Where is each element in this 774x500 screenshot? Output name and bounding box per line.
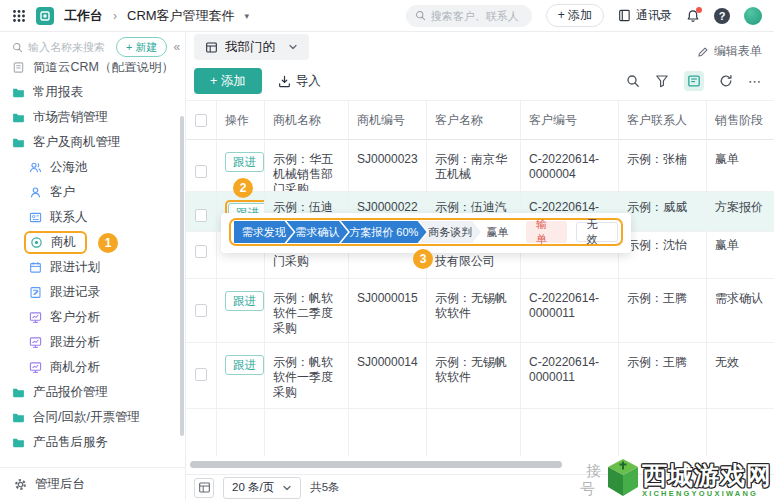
edit-form-button[interactable]: 编辑表单 xyxy=(697,43,762,60)
view-selector[interactable]: 我部门的 xyxy=(194,34,309,60)
row-checkbox[interactable] xyxy=(195,165,207,178)
notification-dot xyxy=(696,7,702,13)
select-all-checkbox[interactable] xyxy=(195,114,207,127)
stage-step-4[interactable]: 商务谈判 xyxy=(420,221,481,243)
contacts-button[interactable]: 通讯录 xyxy=(618,7,672,24)
stage-step-2[interactable]: 需求确认 xyxy=(287,221,348,243)
col-header-customer-name: 客户名称 xyxy=(426,101,520,139)
filter-icon[interactable] xyxy=(655,74,669,88)
page-size-select[interactable]: 20 条/页 xyxy=(223,477,301,499)
sidebar-item-opportunities[interactable]: 商机 1 xyxy=(0,230,185,255)
stage-step-3-current[interactable]: 方案报价 60% xyxy=(341,221,427,243)
breadcrumb-separator: › xyxy=(113,9,117,23)
import-button[interactable]: 导入 xyxy=(278,73,321,90)
col-header-sales-stage: 销售阶段 xyxy=(706,101,774,139)
table-row[interactable]: 跟进 示例：帆软软件一季度采购 SJ0000014 示例：无锡帆软软件 C-20… xyxy=(186,343,774,409)
form-view-icon[interactable] xyxy=(684,71,704,91)
app-grid-icon[interactable] xyxy=(12,9,26,23)
sidebar-search-input[interactable] xyxy=(28,41,110,53)
row-checkbox[interactable] xyxy=(195,368,207,381)
sidebar-item-customer-opportunity-mgmt[interactable]: 客户及商机管理 xyxy=(0,130,185,155)
follow-up-button[interactable]: 跟进 xyxy=(225,152,264,172)
sidebar-search[interactable] xyxy=(12,41,110,53)
topbar: 工作台 › CRM客户管理套件 ▾ + 添加 通讯录 ? xyxy=(0,0,774,32)
sidebar-item-opportunity-analysis[interactable]: 商机分析 xyxy=(0,355,185,380)
sidebar-item-followup-analysis[interactable]: 跟进分析 xyxy=(0,330,185,355)
sidebar-new-button[interactable]: + 新建 xyxy=(116,37,167,57)
breadcrumb-app-title[interactable]: CRM客户管理套件 xyxy=(127,7,235,25)
col-header-opportunity-code: 商机编号 xyxy=(348,101,426,139)
table-display-icon[interactable] xyxy=(194,478,214,498)
row-checkbox[interactable] xyxy=(195,245,207,258)
col-header-opportunity-name: 商机名称 xyxy=(264,101,348,139)
annotation-badge-2: 2 xyxy=(233,178,253,198)
sidebar-item-customer-analysis[interactable]: 客户分析 xyxy=(0,305,185,330)
crm-app-window: 工作台 › CRM客户管理套件 ▾ + 添加 通讯录 ? xyxy=(0,0,774,500)
edit-form-label: 编辑表单 xyxy=(714,43,762,60)
opportunity-table: 操作 商机名称 商机编号 客户名称 客户编号 客户联系人 销售阶段 跟进 示例：… xyxy=(186,100,774,455)
refresh-icon[interactable] xyxy=(719,74,733,88)
sidebar-item-marketing[interactable]: 市场营销管理 xyxy=(0,105,185,130)
sidebar-item-customers[interactable]: 客户 xyxy=(0,180,185,205)
sidebar-item-crm-guide[interactable]: 简道云CRM（配置说明） xyxy=(0,62,185,80)
sidebar-nav: 简道云CRM（配置说明） 常用报表 市场营销管理 客户及商机管理 公海池 xyxy=(0,62,185,465)
stage-step-won[interactable]: 赢单 xyxy=(478,221,517,243)
table-row[interactable]: 跟进 示例：帆软软件二季度采购 SJ0000015 示例：无锡帆软软件 C-20… xyxy=(186,279,774,343)
sidebar-search-icon xyxy=(12,42,23,53)
row-checkbox[interactable] xyxy=(195,209,207,222)
row-checkbox[interactable] xyxy=(195,304,207,317)
site-watermark: 接 号 西城游戏网 XICHENGYOUXIWANG xyxy=(584,454,772,498)
col-header-action: 操作 xyxy=(216,101,264,139)
annotation-badge-1: 1 xyxy=(98,233,118,253)
sidebar-admin-button[interactable]: 管理后台 xyxy=(0,467,185,500)
toolbar: + 添加 导入 ⋯ xyxy=(186,62,774,100)
sidebar-item-common-reports[interactable]: 常用报表 xyxy=(0,80,185,105)
stage-step-1[interactable]: 需求发现 xyxy=(234,221,294,243)
global-search-input[interactable] xyxy=(431,10,523,22)
import-label: 导入 xyxy=(296,73,321,90)
view-header: 我部门的 编辑表单 xyxy=(186,32,774,62)
sidebar-item-after-sales[interactable]: 产品售后服务 xyxy=(0,430,185,455)
watermark-cube-logo xyxy=(606,456,640,498)
help-button[interactable]: ? xyxy=(714,8,730,24)
watermark-title: 西城游戏网 xyxy=(642,462,772,488)
follow-up-button[interactable]: 跟进 xyxy=(225,291,264,311)
main-content: 我部门的 编辑表单 + 添加 导入 xyxy=(186,32,774,500)
notifications-button[interactable] xyxy=(686,9,700,23)
page-size-value: 20 条/页 xyxy=(232,480,274,495)
sidebar-item-contract-payment-invoice[interactable]: 合同/回款/开票管理 xyxy=(0,405,185,430)
search-icon xyxy=(415,10,426,21)
breadcrumb-caret-icon[interactable]: ▾ xyxy=(245,11,250,21)
stage-lost[interactable]: 输单 xyxy=(526,221,566,243)
sidebar-item-followup-plan[interactable]: 跟进计划 xyxy=(0,255,185,280)
user-avatar[interactable] xyxy=(744,7,762,25)
address-book-icon xyxy=(618,9,631,22)
sidebar-item-quotation-mgmt[interactable]: 产品报价管理 xyxy=(0,380,185,405)
table-empty-area xyxy=(186,409,774,455)
sidebar-item-contacts[interactable]: 联系人 xyxy=(0,205,185,230)
horizontal-scrollbar[interactable] xyxy=(190,461,562,468)
annotation-box-stage-bar: 需求发现 需求确认 方案报价 60% 商务谈判 赢单 输单 无效 xyxy=(229,218,623,246)
col-header-customer-code: 客户编号 xyxy=(520,101,618,139)
view-selector-label: 我部门的 xyxy=(225,39,275,56)
admin-label: 管理后台 xyxy=(35,476,85,493)
more-options-icon[interactable]: ⋯ xyxy=(748,74,762,89)
watermark-subtitle: XICHENGYOUXIWANG xyxy=(642,489,772,498)
annotation-badge-3: 3 xyxy=(413,249,433,269)
table-row[interactable]: 跟进 示例：华五机械销售部门采购 SJ0000023 示例：南京华五机械 C-2… xyxy=(186,140,774,192)
global-search[interactable] xyxy=(406,5,532,27)
table-search-icon[interactable] xyxy=(626,74,640,88)
opportunity-highlight-box: 商机 xyxy=(24,231,87,254)
stage-invalid[interactable]: 无效 xyxy=(576,222,618,242)
breadcrumb-workspace[interactable]: 工作台 xyxy=(64,7,103,25)
follow-up-button[interactable]: 跟进 xyxy=(225,355,264,375)
sidebar-collapse-icon[interactable]: « xyxy=(173,40,180,54)
sidebar-item-public-pool[interactable]: 公海池 xyxy=(0,155,185,180)
sidebar-item-followup-records[interactable]: 跟进记录 xyxy=(0,280,185,305)
watermark-side-chars: 接 号 xyxy=(584,454,606,498)
sidebar-scrollbar[interactable] xyxy=(180,116,184,436)
add-record-button[interactable]: + 添加 xyxy=(194,68,262,94)
table-header-row: 操作 商机名称 商机编号 客户名称 客户编号 客户联系人 销售阶段 xyxy=(186,100,774,140)
sales-stage-popup: 需求发现 需求确认 方案报价 60% 商务谈判 赢单 输单 无效 xyxy=(221,213,631,253)
topbar-add-button[interactable]: + 添加 xyxy=(546,4,604,27)
